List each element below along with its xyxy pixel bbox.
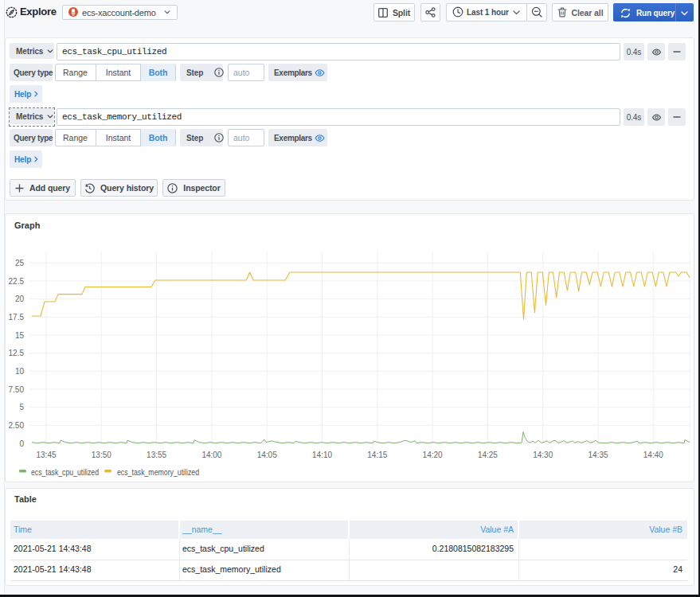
svg-text:14:10: 14:10 bbox=[312, 451, 332, 459]
svg-text:12.5: 12.5 bbox=[9, 349, 25, 357]
svg-text:14:00: 14:00 bbox=[201, 451, 221, 459]
svg-text:13:45: 13:45 bbox=[36, 451, 56, 459]
svg-text:13:55: 13:55 bbox=[147, 451, 166, 459]
svg-text:14:15: 14:15 bbox=[367, 451, 387, 459]
svg-text:25: 25 bbox=[15, 259, 25, 267]
svg-text:20: 20 bbox=[15, 295, 25, 303]
svg-text:14:40: 14:40 bbox=[643, 451, 663, 459]
svg-text:14:20: 14:20 bbox=[423, 451, 443, 459]
svg-text:14:30: 14:30 bbox=[533, 451, 553, 459]
svg-text:13:50: 13:50 bbox=[92, 451, 111, 459]
svg-text:17.5: 17.5 bbox=[9, 313, 25, 322]
svg-text:14:25: 14:25 bbox=[478, 451, 498, 459]
svg-text:5: 5 bbox=[19, 403, 24, 412]
svg-text:ecs_task_cpu_utilized: ecs_task_cpu_utilized bbox=[31, 467, 99, 477]
svg-text:ecs_task_memory_utilized: ecs_task_memory_utilized bbox=[117, 467, 199, 477]
svg-text:14:35: 14:35 bbox=[588, 451, 608, 459]
svg-text:2.50: 2.50 bbox=[9, 421, 25, 430]
svg-text:15: 15 bbox=[15, 331, 25, 340]
svg-text:14:05: 14:05 bbox=[257, 451, 277, 459]
svg-text:7.50: 7.50 bbox=[9, 385, 25, 394]
svg-text:10: 10 bbox=[15, 367, 25, 376]
svg-text:0: 0 bbox=[19, 439, 24, 448]
svg-text:22.5: 22.5 bbox=[9, 277, 25, 286]
